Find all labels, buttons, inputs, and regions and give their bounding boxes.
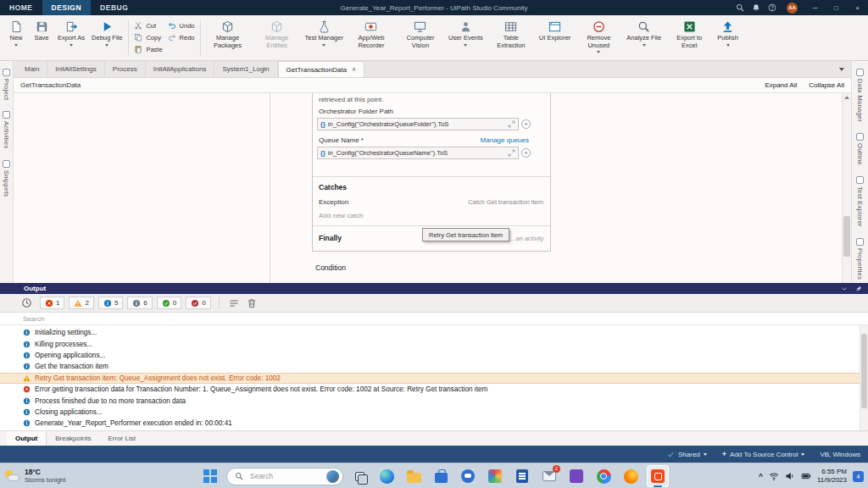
debug-count-filter[interactable]: 0 [157,297,181,309]
ui-explorer-button[interactable]: UI Explorer [536,17,575,60]
global-search-button[interactable] [732,0,748,15]
add-folder-value-button[interactable]: + [521,119,531,129]
log-row-error[interactable]: Error getting transaction data for Trans… [0,384,868,395]
designer-canvas[interactable]: retrieved at this point. Orchestrator Fo… [14,93,851,283]
undo-button[interactable]: Undo [168,21,195,30]
tab-initallsettings[interactable]: InitAllSettings [47,61,104,77]
trace-count-filter[interactable]: 6 [127,297,152,309]
clear-all-button[interactable] [245,297,259,310]
taskbar-app-file-explorer[interactable] [403,465,425,487]
remove-unused-button[interactable]: Remove Unused [574,17,623,60]
taskbar-app-photos[interactable] [484,465,506,487]
scroll-up-arrow-icon[interactable] [844,96,849,99]
tab-system1-login[interactable]: System1_Login [214,61,277,77]
pin-panel-icon[interactable] [855,286,862,292]
test-explorer-panel-tab[interactable]: Test Explorer [856,176,864,227]
search-highlight-image[interactable] [326,470,339,483]
shared-status-button[interactable]: Shared [667,451,707,458]
export-to-excel-button[interactable]: Export to Excel [665,17,714,60]
taskbar-app-edge[interactable] [376,465,398,487]
data-manager-panel-tab[interactable]: Data Manager [856,69,864,122]
maximize-button[interactable]: □ [826,0,847,15]
new-button[interactable]: New [3,17,29,60]
taskbar-app-visual-studio[interactable] [565,465,587,487]
taskbar-app-firefox[interactable] [620,465,642,487]
start-button[interactable] [199,465,221,487]
log-row[interactable]: Generate_Year_Report_Performer execution… [0,418,868,429]
expand-all-button[interactable]: Expand All [765,81,797,89]
log-row[interactable]: Killing processes... [0,338,868,349]
weather-widget[interactable]: 18°C Storms tonight [5,463,65,488]
manage-packages-button[interactable]: Manage Packages [203,17,253,60]
folder-path-expression-field[interactable]: {} in_Config("OrchestratorQueueFolder").… [317,118,519,130]
redo-button[interactable]: Redo [168,33,195,42]
app-web-recorder-button[interactable]: App/Web Recorder [347,17,396,60]
scrollbar-thumb[interactable] [861,334,867,408]
output-search-input[interactable] [0,315,868,323]
open-expression-editor-icon[interactable] [508,149,515,157]
debug-file-button[interactable]: Debug File [88,17,125,60]
manage-entities-button[interactable]: Manage Entities [253,17,302,60]
menu-debug[interactable]: DEBUG [91,0,137,15]
log-row[interactable]: Closing applications... [0,407,868,418]
taskbar-search-input[interactable] [248,471,321,481]
add-queue-value-button[interactable]: + [521,148,531,158]
properties-panel-tab[interactable]: Properties [856,238,864,280]
log-row[interactable]: Get the transaction item [0,361,868,372]
user-events-button[interactable]: User Events [445,17,487,60]
test-manager-button[interactable]: Test Manager [302,17,347,60]
user-avatar[interactable]: AA [787,3,798,14]
taskbar-app-mail[interactable]: 2 [538,465,560,487]
tab-gettransactiondata[interactable]: GetTransactionData× [278,61,364,77]
output-tab[interactable]: Output [7,431,47,446]
menu-design[interactable]: DESIGN [42,0,92,15]
activities-panel-tab[interactable]: Activities [3,111,10,149]
copy-button[interactable]: Copy [134,33,162,42]
manage-queues-link[interactable]: Manage queues [481,136,529,144]
close-button[interactable]: × [847,0,868,15]
breakpoints-tab[interactable]: Breakpoints [47,431,99,446]
project-panel-tab[interactable]: Project [3,69,10,100]
tab-initallapplications[interactable]: InitAllApplications [146,61,215,77]
task-view-button[interactable] [348,465,370,487]
export-as-button[interactable]: Export As [54,17,88,60]
project-language-indicator[interactable]: VB, Windows [820,451,860,458]
outline-panel-tab[interactable]: Outline [856,133,864,165]
snippets-panel-tab[interactable]: Snippets [3,160,10,197]
add-new-catch-button[interactable]: Add new catch [319,212,363,219]
queue-name-expression-field[interactable]: {} in_Config("OrchestratorQueueName").To… [317,147,519,159]
taskbar-app-chrome[interactable] [593,465,615,487]
volume-icon[interactable] [785,471,795,481]
computer-vision-button[interactable]: Computer Vision [396,17,445,60]
tab-main[interactable]: Main [17,61,47,77]
exception-catch-row[interactable]: Exception Catch Get transaction item [319,198,543,206]
error-count-filter[interactable]: 1 [40,297,64,309]
publish-button[interactable]: Publish [714,17,742,60]
collapse-panel-chevron-icon[interactable] [841,286,848,292]
add-to-source-control-button[interactable]: + Add To Source Control [722,451,805,458]
taskbar-search-box[interactable] [226,468,343,485]
menu-home[interactable]: HOME [0,0,42,15]
help-button[interactable] [764,0,780,15]
log-row-selected-warning[interactable]: Retry Get transaction item: Queue_Assign… [0,373,868,384]
collapse-all-button[interactable]: Collapse All [809,81,844,89]
log-row[interactable]: Initializing settings... [0,327,868,338]
taskbar-app-store[interactable] [430,465,452,487]
close-tab-icon[interactable]: × [352,66,356,74]
log-row[interactable]: Process finished due to no more transact… [0,395,868,406]
verbose-count-filter[interactable]: 0 [186,297,210,309]
analyze-file-button[interactable]: Analyze File [623,17,665,60]
table-extraction-button[interactable]: Table Extraction [487,17,536,60]
paste-button[interactable]: Paste [134,45,162,53]
cut-button[interactable]: Cut [134,21,162,30]
taskbar-app-chat[interactable] [457,465,479,487]
output-panel-header[interactable]: Output [0,283,868,294]
minimize-button[interactable]: ─ [804,0,826,15]
error-list-tab[interactable]: Error List [99,431,143,446]
designer-vertical-scrollbar[interactable] [842,93,851,283]
taskbar-app-uipath-studio[interactable] [647,465,669,487]
taskbar-app-documents[interactable] [511,465,533,487]
open-expression-editor-icon[interactable] [508,120,515,128]
log-row[interactable]: Opening applications... [0,350,868,361]
wifi-icon[interactable] [769,471,779,481]
